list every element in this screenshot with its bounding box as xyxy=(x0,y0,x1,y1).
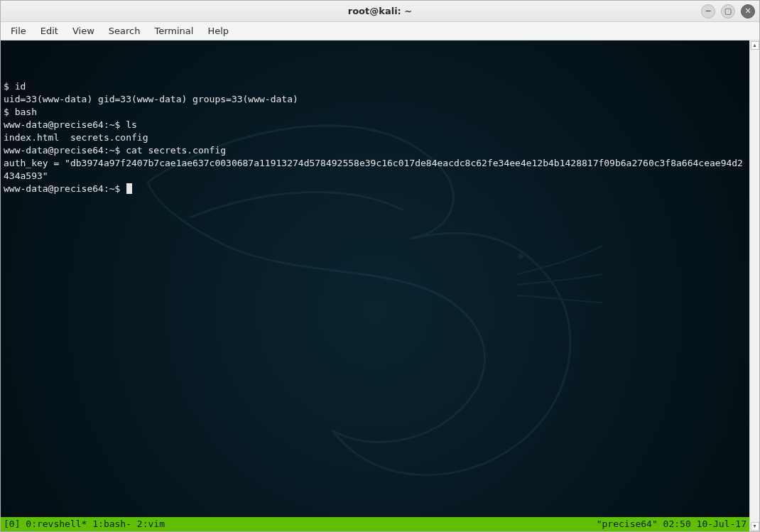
tmux-statusbar: [0] 0:revshell* 1:bash- 2:vim "precise64… xyxy=(1,517,749,531)
term-line: $ bash xyxy=(4,107,37,117)
svg-point-0 xyxy=(518,254,523,259)
menu-edit[interactable]: Edit xyxy=(35,23,64,38)
scroll-down-button[interactable]: ▾ xyxy=(751,522,759,531)
titlebar[interactable]: root@kali: ~ − ▢ ✕ xyxy=(1,1,759,22)
term-line: $ id xyxy=(4,81,26,92)
term-line: index.html secrets.config xyxy=(4,132,148,143)
term-line: auth_key = "db3974a97f2407b7cae1ae637c00… xyxy=(4,158,743,181)
menu-help[interactable]: Help xyxy=(202,23,234,38)
chevron-down-icon: ▾ xyxy=(753,523,756,529)
terminal-cursor xyxy=(126,183,132,194)
window-title: root@kali: ~ xyxy=(348,6,412,16)
terminal-area: $ id uid=33(www-data) gid=33(www-data) g… xyxy=(1,40,759,531)
scrollbar[interactable]: ▴ ▾ xyxy=(749,40,759,531)
status-right: "precise64" 02:50 10-Jul-17 xyxy=(597,518,747,531)
term-line: www-data@precise64:~$ ls xyxy=(4,119,137,130)
menubar: File Edit View Search Terminal Help xyxy=(1,22,759,40)
menu-view[interactable]: View xyxy=(67,23,100,38)
term-line: uid=33(www-data) gid=33(www-data) groups… xyxy=(4,94,298,104)
maximize-button[interactable]: ▢ xyxy=(721,4,735,18)
minimize-icon: − xyxy=(705,6,711,16)
menu-search[interactable]: Search xyxy=(103,23,146,38)
terminal-viewport[interactable]: $ id uid=33(www-data) gid=33(www-data) g… xyxy=(1,40,749,531)
terminal-window: root@kali: ~ − ▢ ✕ File Edit View Search… xyxy=(0,0,760,532)
status-left: [0] 0:revshell* 1:bash- 2:vim xyxy=(4,518,165,531)
term-line: www-data@precise64:~$ xyxy=(4,183,126,194)
scroll-up-button[interactable]: ▴ xyxy=(751,41,759,50)
menu-file[interactable]: File xyxy=(5,23,32,38)
terminal-text: $ id uid=33(www-data) gid=33(www-data) g… xyxy=(4,80,747,195)
window-controls: − ▢ ✕ xyxy=(701,4,755,18)
menu-terminal[interactable]: Terminal xyxy=(148,23,199,38)
minimize-button[interactable]: − xyxy=(701,4,715,18)
chevron-up-icon: ▴ xyxy=(753,42,756,48)
close-icon: ✕ xyxy=(744,6,751,16)
maximize-icon: ▢ xyxy=(724,6,732,16)
term-line: www-data@precise64:~$ cat secrets.config xyxy=(4,145,226,156)
close-button[interactable]: ✕ xyxy=(741,4,755,18)
